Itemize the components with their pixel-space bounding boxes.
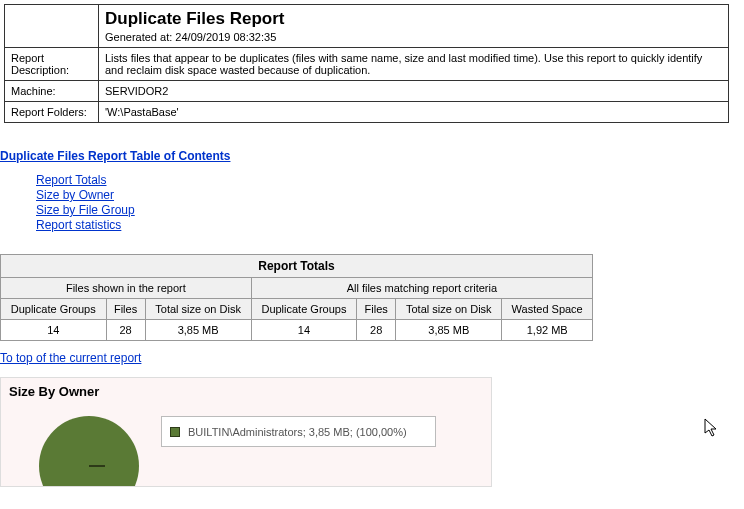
folders-value: 'W:\PastaBase' xyxy=(99,102,729,123)
report-totals-table: Report Totals Files shown in the report … xyxy=(0,254,593,341)
th-total-size-l: Total size on Disk xyxy=(145,299,251,320)
toc-item-size-by-owner[interactable]: Size by Owner xyxy=(36,188,114,202)
th-dup-groups-r: Duplicate Groups xyxy=(251,299,357,320)
to-top-link[interactable]: To top of the current report xyxy=(0,351,141,365)
th-dup-groups-l: Duplicate Groups xyxy=(1,299,107,320)
folders-label: Report Folders: xyxy=(5,102,99,123)
table-row: 14 28 3,85 MB 14 28 3,85 MB 1,92 MB xyxy=(1,320,593,341)
size-by-owner-title: Size By Owner xyxy=(9,384,483,399)
toc-item-report-totals[interactable]: Report Totals xyxy=(36,173,106,187)
description-label: Report Description: xyxy=(5,48,99,81)
cell-wasted-r: 1,92 MB xyxy=(502,320,593,341)
th-files-r: Files xyxy=(357,299,396,320)
size-by-owner-panel: Size By Owner BUILTIN\Administrators; 3,… xyxy=(0,377,492,487)
toc-item-size-by-file-group[interactable]: Size by File Group xyxy=(36,203,135,217)
generated-at: Generated at: 24/09/2019 08:32:35 xyxy=(105,31,722,43)
toc-title-link[interactable]: Duplicate Files Report Table of Contents xyxy=(0,149,230,163)
toc-item-report-statistics[interactable]: Report statistics xyxy=(36,218,121,232)
legend-swatch-icon xyxy=(170,427,180,437)
totals-section-title: Report Totals xyxy=(1,255,593,278)
toc-list: Report Totals Size by Owner Size by File… xyxy=(36,173,744,232)
report-title: Duplicate Files Report xyxy=(105,9,722,29)
report-info-table: Duplicate Files Report Generated at: 24/… xyxy=(4,4,729,123)
pie-chart xyxy=(39,416,139,487)
totals-group-all: All files matching report criteria xyxy=(251,278,592,299)
cell-files-r: 28 xyxy=(357,320,396,341)
machine-label: Machine: xyxy=(5,81,99,102)
description-value: Lists files that appear to be duplicates… xyxy=(99,48,729,81)
chart-legend: BUILTIN\Administrators; 3,85 MB; (100,00… xyxy=(161,416,436,447)
cursor-icon xyxy=(704,418,720,438)
cell-total-size-r: 3,85 MB xyxy=(396,320,502,341)
machine-value: SERVIDOR2 xyxy=(99,81,729,102)
th-wasted-r: Wasted Space xyxy=(502,299,593,320)
totals-group-shown: Files shown in the report xyxy=(1,278,252,299)
cell-total-size-l: 3,85 MB xyxy=(145,320,251,341)
cell-dup-groups-l: 14 xyxy=(1,320,107,341)
cell-dup-groups-r: 14 xyxy=(251,320,357,341)
legend-text: BUILTIN\Administrators; 3,85 MB; (100,00… xyxy=(188,426,407,438)
th-files-l: Files xyxy=(106,299,145,320)
th-total-size-r: Total size on Disk xyxy=(396,299,502,320)
cell-files-l: 28 xyxy=(106,320,145,341)
